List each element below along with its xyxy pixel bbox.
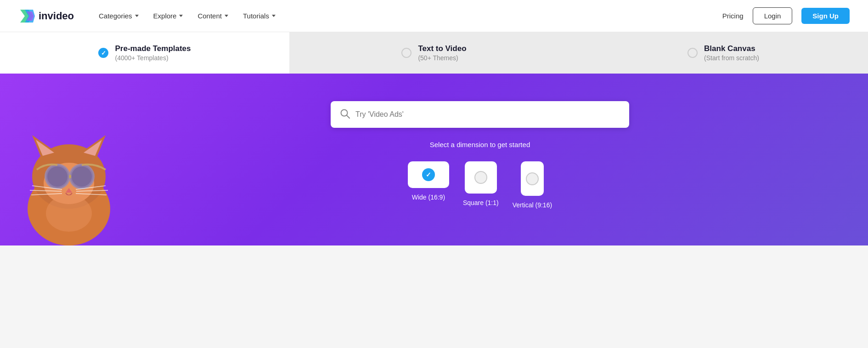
svg-point-12	[47, 166, 68, 187]
tab-subtitle-pre-made: (4000+ Templates)	[115, 54, 168, 62]
chevron-down-icon	[135, 15, 139, 17]
nav-links: Categories Explore Content Tutorials	[92, 8, 722, 23]
nav-right: Pricing Login Sign Up	[722, 7, 850, 24]
login-button[interactable]: Login	[753, 7, 793, 24]
creation-tabs: Pre-made Templates (4000+ Templates) Tex…	[0, 32, 868, 74]
tab-radio-blank-canvas	[688, 48, 698, 58]
dimension-vertical-label: Vertical (9:16)	[513, 201, 552, 209]
hero-content: Select a dimension to get started Wide (…	[319, 101, 641, 209]
tab-text-to-video[interactable]: Text to Video (50+ Themes)	[289, 32, 579, 74]
nav-content[interactable]: Content	[191, 8, 235, 23]
svg-point-24	[46, 195, 92, 232]
tab-subtitle-text-video: (50+ Themes)	[418, 54, 458, 62]
cat-illustration	[14, 103, 124, 245]
dimension-vertical-box	[521, 161, 544, 196]
logo-text: invideo	[39, 10, 74, 22]
navbar: invideo Categories Explore Content Tutor…	[0, 0, 868, 32]
dimension-vertical-check	[526, 172, 539, 185]
tab-title-blank-canvas: Blank Canvas	[704, 44, 755, 53]
dimension-wide-check	[422, 168, 435, 181]
dimension-square-label: Square (1:1)	[463, 199, 499, 206]
tab-title-text-video: Text to Video	[418, 44, 466, 53]
dimension-square-check	[474, 171, 487, 184]
search-input[interactable]	[355, 110, 620, 119]
dimension-wide[interactable]: Wide (16:9)	[408, 161, 449, 201]
search-icon	[340, 108, 350, 121]
dimension-square-box	[465, 161, 497, 194]
dimension-wide-label: Wide (16:9)	[412, 194, 445, 201]
chevron-down-icon	[272, 15, 276, 17]
logo[interactable]: invideo	[18, 8, 74, 24]
tab-radio-text-video	[401, 48, 411, 58]
tab-subtitle-blank-canvas: (Start from scratch)	[704, 54, 759, 62]
signup-button[interactable]: Sign Up	[801, 8, 850, 24]
pricing-link[interactable]: Pricing	[722, 12, 744, 20]
tab-title-pre-made: Pre-made Templates	[115, 44, 191, 53]
svg-line-26	[347, 115, 349, 118]
dimension-wide-box	[408, 161, 449, 188]
tab-blank-canvas[interactable]: Blank Canvas (Start from scratch)	[579, 32, 868, 74]
svg-rect-16	[69, 175, 71, 178]
dimension-vertical[interactable]: Vertical (9:16)	[513, 161, 552, 209]
logo-icon	[18, 8, 35, 24]
chevron-down-icon	[179, 15, 183, 17]
chevron-down-icon	[225, 15, 228, 17]
tab-radio-pre-made	[98, 48, 108, 58]
nav-tutorials[interactable]: Tutorials	[237, 8, 282, 23]
dimension-square[interactable]: Square (1:1)	[463, 161, 499, 206]
nav-categories[interactable]: Categories	[92, 8, 145, 23]
nav-explore[interactable]: Explore	[147, 8, 190, 23]
hero-section: Select a dimension to get started Wide (…	[0, 74, 868, 245]
dimension-options: Wide (16:9) Square (1:1) Vertical (9:16)	[408, 161, 552, 209]
svg-point-15	[72, 166, 92, 187]
tab-pre-made[interactable]: Pre-made Templates (4000+ Templates)	[0, 32, 289, 74]
search-bar[interactable]	[331, 101, 629, 128]
dimension-label: Select a dimension to get started	[430, 141, 530, 148]
